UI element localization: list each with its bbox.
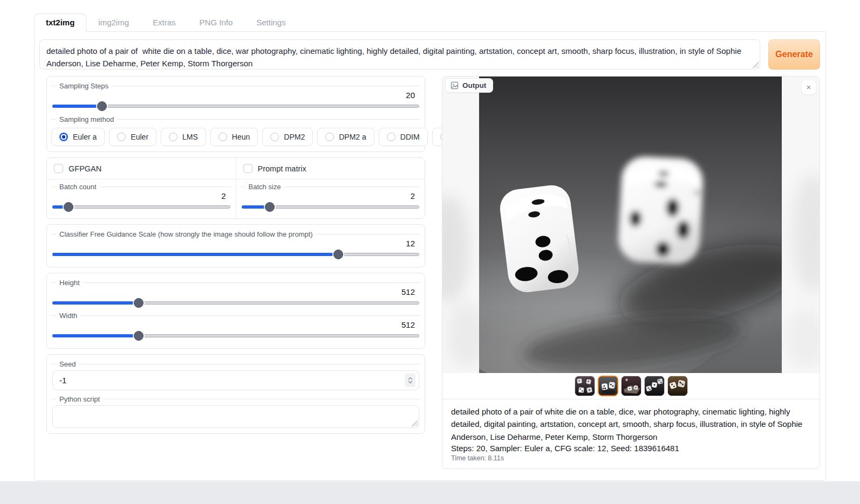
seed-input[interactable]	[52, 370, 419, 390]
gallery-thumbnail-3[interactable]	[621, 376, 641, 396]
prompt-row: detailed photo of a pair of white die on…	[39, 39, 820, 70]
height-value: 512	[51, 287, 420, 296]
radio-icon	[325, 133, 334, 141]
sampling-group: Sampling Steps 20 Sampling method Euler …	[46, 76, 425, 152]
batch-count-label: Batch count	[51, 183, 231, 191]
output-panel: Output ×	[442, 76, 820, 469]
batch-size-label: Batch size	[241, 183, 421, 191]
batch-count-value: 2	[51, 191, 231, 201]
cfg-group: Classifier Free Guidance Scale (how stro…	[46, 224, 425, 267]
gfpgan-option[interactable]: GFPGAN	[47, 158, 236, 179]
output-panel-header: Output	[445, 78, 493, 93]
tab-img2img[interactable]: img2img	[86, 13, 141, 31]
radio-euler-a[interactable]: Euler a	[51, 128, 105, 146]
radio-icon	[169, 133, 178, 141]
tab-bar: txt2img img2img Extras PNG Info Settings	[34, 13, 860, 31]
height-slider[interactable]	[52, 298, 419, 308]
tab-settings[interactable]: Settings	[244, 13, 297, 31]
spinner-down-icon	[408, 381, 413, 384]
radio-icon	[387, 133, 395, 141]
generated-image[interactable]	[479, 77, 782, 373]
radio-heun[interactable]: Heun	[210, 128, 258, 146]
height-label: Height	[51, 279, 420, 287]
slider-handle[interactable]	[265, 202, 275, 212]
python-script-input[interactable]	[52, 405, 419, 428]
gallery-right-pad	[782, 77, 820, 373]
radio-lms[interactable]: LMS	[161, 128, 206, 146]
gallery-thumbnail-4[interactable]	[644, 376, 665, 396]
sampling-steps-slider[interactable]	[52, 101, 419, 111]
output-panel-title: Output	[462, 81, 486, 89]
image-icon	[451, 81, 459, 89]
slider-handle[interactable]	[333, 250, 343, 259]
radio-icon	[59, 133, 68, 141]
tab-png-info[interactable]: PNG Info	[188, 13, 245, 31]
radio-ddim[interactable]: DDIM	[379, 128, 428, 146]
width-slider[interactable]	[52, 331, 419, 341]
app-page: txt2img img2img Extras PNG Info Settings…	[0, 0, 860, 481]
radio-icon	[117, 133, 126, 141]
radio-dpm2[interactable]: DPM2	[262, 128, 313, 146]
tab-txt2img[interactable]: txt2img	[34, 13, 86, 32]
prompt-input[interactable]: detailed photo of a pair of white die on…	[39, 39, 760, 70]
caption-prompt: detailed photo of a pair of white die on…	[451, 405, 811, 443]
options-batch-group: GFPGAN Prompt matrix Batch count 2	[46, 157, 425, 219]
gallery-thumbnails	[442, 373, 820, 399]
radio-dpm2-a[interactable]: DPM2 a	[317, 128, 374, 146]
python-script-label: Python script	[51, 395, 420, 403]
seed-label: Seed	[51, 360, 420, 368]
generation-info: detailed photo of a pair of white die on…	[442, 399, 820, 468]
seed-script-group: Seed Python script	[46, 354, 425, 434]
sampling-method-label: Sampling method	[51, 115, 420, 123]
cfg-slider[interactable]	[52, 250, 419, 259]
sampling-method-options: Euler a Euler LMS Heun DPM2 DPM2 a DDIM …	[51, 128, 420, 146]
width-label: Width	[51, 312, 420, 320]
cfg-label: Classifier Free Guidance Scale (how stro…	[51, 230, 420, 238]
slider-handle[interactable]	[134, 298, 144, 308]
gallery-stage	[442, 77, 820, 373]
slider-handle[interactable]	[134, 331, 144, 341]
seed-spinner[interactable]	[405, 374, 415, 387]
gallery-thumbnail-2[interactable]	[598, 376, 618, 396]
sampling-steps-value: 20	[51, 91, 420, 100]
tab-extras[interactable]: Extras	[141, 13, 188, 31]
batch-size-slider[interactable]	[242, 202, 420, 212]
generate-button[interactable]: Generate	[768, 39, 820, 70]
radio-icon	[270, 133, 279, 141]
slider-handle[interactable]	[64, 202, 73, 212]
radio-euler[interactable]: Euler	[109, 128, 156, 146]
spinner-up-icon	[408, 377, 413, 380]
gfpgan-checkbox[interactable]	[54, 164, 63, 173]
gfpgan-label: GFPGAN	[69, 164, 101, 173]
prompt-matrix-label: Prompt matrix	[258, 164, 306, 173]
cfg-value: 12	[51, 239, 420, 248]
slider-handle[interactable]	[97, 101, 107, 111]
prompt-matrix-option[interactable]: Prompt matrix	[236, 158, 425, 179]
width-value: 512	[51, 320, 420, 329]
prompt-matrix-checkbox[interactable]	[243, 164, 252, 173]
settings-column: Sampling Steps 20 Sampling method Euler …	[46, 76, 425, 434]
tab-content-panel: detailed photo of a pair of white die on…	[34, 31, 826, 481]
radio-icon	[219, 133, 227, 141]
sampling-steps-label: Sampling Steps	[51, 82, 420, 90]
gallery-thumbnail-1[interactable]	[575, 376, 595, 396]
gallery-thumbnail-5[interactable]	[667, 376, 688, 396]
caption-parameters: Steps: 20, Sampler: Euler a, CFG scale: …	[451, 444, 811, 453]
close-icon[interactable]: ×	[802, 80, 816, 94]
caption-time-taken: Time taken: 8.11s	[451, 454, 811, 462]
dimensions-group: Height 512 Width 512	[46, 273, 425, 349]
batch-count-slider[interactable]	[52, 202, 230, 212]
batch-size-value: 2	[241, 191, 421, 201]
gallery-left-pad	[442, 77, 479, 373]
